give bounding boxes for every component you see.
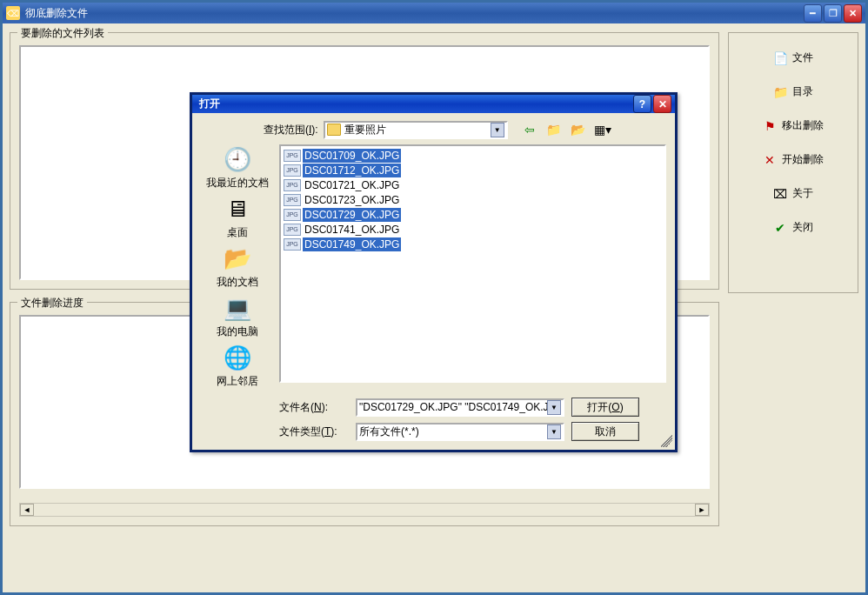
views-icon[interactable]: ▦▾ — [593, 120, 612, 139]
dropdown-arrow-icon[interactable]: ▼ — [491, 123, 504, 137]
rp-icon: 📄 — [773, 51, 787, 65]
rp-label: 关于 — [792, 186, 813, 201]
right-panel-button-3[interactable]: ✕开始删除 — [763, 152, 824, 167]
file-name: DSC01721_OK.JPG — [303, 178, 401, 192]
rp-icon: 📁 — [773, 85, 787, 99]
back-icon[interactable]: ⇦ — [520, 120, 539, 139]
rp-label: 移出删除 — [782, 118, 824, 133]
place-0[interactable]: 🕘我最近的文档 — [206, 144, 269, 191]
place-label: 我最近的文档 — [206, 176, 269, 191]
filetype-select[interactable]: 所有文件(*.*) ▼ — [356, 423, 564, 441]
filename-dropdown-icon[interactable]: ▼ — [547, 400, 561, 415]
right-panel: 📄文件📁目录⚑移出删除✕开始删除⌧关于✔关闭 — [728, 32, 858, 293]
place-label: 我的文档 — [217, 275, 258, 290]
jpg-icon: JPG — [284, 194, 301, 206]
place-label: 我的电脑 — [217, 324, 258, 339]
jpg-icon: JPG — [284, 238, 301, 251]
jpg-icon: JPG — [284, 179, 301, 191]
rp-label: 关闭 — [792, 220, 813, 235]
filetype-label: 文件类型(T): — [279, 425, 349, 439]
file-name: DSC01723_OK.JPG — [303, 193, 401, 207]
place-3[interactable]: 💻我的电脑 — [217, 293, 258, 339]
places-bar: 🕘我最近的文档🖥桌面📂我的文档💻我的电脑🌐网上邻居 — [201, 144, 274, 389]
filetype-dropdown-icon[interactable]: ▼ — [547, 425, 561, 439]
file-item[interactable]: JPGDSC01709_OK.JPG — [283, 148, 663, 163]
scroll-right-arrow-icon[interactable]: ► — [695, 504, 709, 516]
rp-label: 目录 — [792, 84, 813, 99]
right-panel-button-2[interactable]: ⚑移出删除 — [763, 118, 824, 133]
new-folder-icon[interactable]: 📂 — [569, 120, 588, 139]
lookin-value: 重要照片 — [344, 123, 487, 137]
rp-label: 开始删除 — [782, 152, 824, 167]
place-label: 桌面 — [223, 225, 252, 240]
file-name: DSC01729_OK.JPG — [303, 208, 401, 222]
dialog-titlebar[interactable]: 打开 ? ✕ — [192, 95, 675, 113]
minimize-button[interactable]: ━ — [804, 4, 822, 23]
dialog-close-button[interactable]: ✕ — [653, 95, 671, 113]
place-2[interactable]: 📂我的文档 — [217, 244, 258, 290]
maximize-button[interactable]: ❐ — [824, 4, 842, 23]
file-name: DSC01741_OK.JPG — [303, 223, 401, 237]
main-titlebar[interactable]: ⌫ 彻底删除文件 ━ ❐ ✕ — [3, 3, 865, 23]
folder-icon — [327, 124, 341, 136]
rp-icon: ⌧ — [773, 187, 787, 201]
file-name: DSC01712_OK.JPG — [303, 164, 401, 177]
lookin-label: 查找范围(I): — [264, 123, 318, 137]
filename-label: 文件名(N): — [279, 400, 349, 415]
progress-legend: 文件删除进度 — [17, 296, 87, 311]
file-item[interactable]: JPGDSC01712_OK.JPG — [283, 163, 663, 177]
up-one-level-icon[interactable]: 📁 — [544, 120, 564, 139]
file-item[interactable]: JPGDSC01729_OK.JPG — [283, 207, 663, 222]
place-label: 网上邻居 — [217, 374, 258, 389]
rp-icon: ⚑ — [763, 119, 777, 133]
close-button[interactable]: ✕ — [844, 4, 862, 23]
rp-icon: ✔ — [773, 221, 787, 235]
open-button[interactable]: 打开(O) — [571, 398, 639, 417]
jpg-icon: JPG — [284, 209, 301, 221]
window-title: 彻底删除文件 — [25, 6, 804, 21]
cancel-button[interactable]: 取消 — [571, 422, 639, 441]
filename-input[interactable]: "DSC01729_OK.JPG" "DSC01749_OK.JPG" "I ▼ — [356, 398, 564, 417]
help-button[interactable]: ? — [633, 95, 651, 113]
scroll-left-arrow-icon[interactable]: ◄ — [20, 504, 34, 516]
jpg-icon: JPG — [284, 150, 301, 162]
file-item[interactable]: JPGDSC01749_OK.JPG — [283, 237, 663, 251]
place-icon: 📂 — [223, 244, 252, 273]
right-panel-button-0[interactable]: 📄文件 — [773, 50, 813, 65]
rp-label: 文件 — [792, 50, 813, 65]
dialog-title: 打开 — [196, 97, 631, 111]
file-item[interactable]: JPGDSC01723_OK.JPG — [283, 192, 663, 207]
file-name: DSC01709_OK.JPG — [303, 149, 401, 163]
file-item[interactable]: JPGDSC01741_OK.JPG — [283, 222, 663, 237]
jpg-icon: JPG — [284, 224, 301, 236]
jpg-icon: JPG — [284, 164, 301, 177]
resize-grip-icon[interactable] — [660, 435, 672, 447]
right-panel-button-5[interactable]: ✔关闭 — [773, 220, 813, 235]
place-icon: 💻 — [223, 293, 252, 323]
right-panel-button-4[interactable]: ⌧关于 — [773, 186, 813, 201]
hscrollbar[interactable]: ◄ ► — [19, 503, 710, 517]
lookin-select[interactable]: 重要照片 ▼ — [324, 121, 508, 139]
file-list-legend: 要删除的文件列表 — [17, 26, 108, 41]
right-panel-button-1[interactable]: 📁目录 — [773, 84, 813, 99]
place-4[interactable]: 🌐网上邻居 — [217, 343, 258, 389]
file-item[interactable]: JPGDSC01721_OK.JPG — [283, 177, 663, 192]
place-icon: 🌐 — [223, 343, 252, 372]
rp-icon: ✕ — [763, 153, 777, 167]
app-icon: ⌫ — [6, 6, 20, 20]
file-name: DSC01749_OK.JPG — [303, 237, 401, 251]
place-1[interactable]: 🖥桌面 — [223, 194, 252, 240]
file-list[interactable]: JPGDSC01709_OK.JPGJPGDSC01712_OK.JPGJPGD… — [279, 144, 666, 383]
place-icon: 🖥 — [223, 194, 252, 224]
place-icon: 🕘 — [223, 144, 252, 174]
open-dialog: 打开 ? ✕ 查找范围(I): 重要照片 ▼ ⇦ 📁 📂 ▦▾ 🕘我最近的文档🖥… — [190, 92, 678, 452]
